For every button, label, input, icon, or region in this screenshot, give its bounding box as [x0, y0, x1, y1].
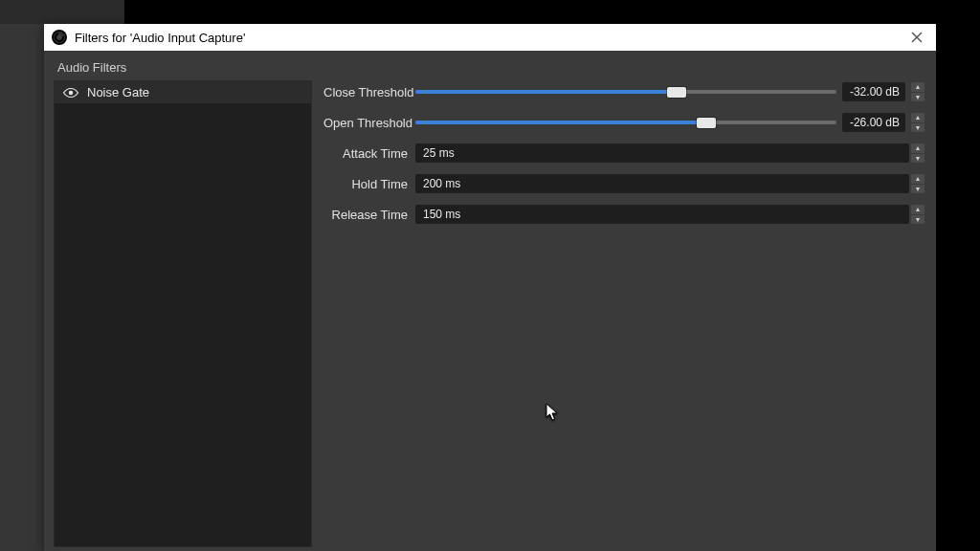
spinner-down[interactable]: ▼	[911, 215, 924, 225]
slider-close-threshold[interactable]	[415, 83, 836, 100]
obs-logo-icon	[52, 30, 67, 45]
row-attack-time: Attack Time 25 ms ▲ ▼	[323, 143, 924, 164]
dialog-body: Audio Filters Noise Gate Close Threshold	[44, 51, 936, 551]
audio-filters-heading: Audio Filters	[54, 60, 312, 80]
filters-list: Noise Gate	[54, 80, 312, 547]
backdrop-dim	[0, 24, 44, 551]
row-hold-time: Hold Time 200 ms ▲ ▼	[323, 173, 924, 194]
filter-item-label: Noise Gate	[87, 85, 149, 99]
spinner-up[interactable]: ▲	[911, 82, 924, 93]
window-title: Filters for 'Audio Input Capture'	[75, 31, 903, 45]
close-icon	[911, 32, 923, 43]
spinner-down[interactable]: ▼	[911, 93, 924, 102]
label-hold-time: Hold Time	[323, 177, 415, 191]
sidebar: Audio Filters Noise Gate	[44, 51, 316, 551]
slider-fill	[415, 90, 677, 94]
filters-dialog: Filters for 'Audio Input Capture' Audio …	[44, 24, 936, 551]
label-release-time: Release Time	[323, 208, 415, 222]
spinner-open-threshold: ▲ ▼	[911, 113, 924, 132]
slider-open-threshold[interactable]	[415, 114, 836, 131]
properties-panel: Close Threshold -32.00 dB ▲ ▼ Open	[316, 51, 936, 551]
input-attack-time[interactable]: 25 ms	[415, 143, 909, 163]
row-release-time: Release Time 150 ms ▲ ▼	[323, 204, 924, 225]
row-open-threshold: Open Threshold -26.00 dB ▲ ▼	[323, 112, 924, 133]
eye-icon[interactable]	[62, 87, 79, 99]
spinner-up[interactable]: ▲	[911, 174, 924, 185]
slider-thumb[interactable]	[697, 118, 716, 128]
spinner-down[interactable]: ▼	[911, 154, 924, 164]
spinner-up[interactable]: ▲	[911, 143, 924, 154]
spinner-down[interactable]: ▼	[911, 123, 924, 133]
label-close-threshold: Close Threshold	[323, 85, 415, 99]
backdrop-strip	[0, 0, 124, 24]
label-attack-time: Attack Time	[323, 146, 415, 161]
spinner-release-time: ▲ ▼	[911, 205, 924, 224]
value-open-threshold[interactable]: -26.00 dB	[842, 113, 905, 132]
input-release-time[interactable]: 150 ms	[415, 205, 909, 224]
input-hold-time[interactable]: 200 ms	[415, 174, 909, 193]
spinner-down[interactable]: ▼	[911, 185, 924, 194]
spinner-hold-time: ▲ ▼	[911, 174, 924, 193]
spinner-attack-time: ▲ ▼	[911, 143, 924, 163]
spinner-up[interactable]: ▲	[911, 205, 924, 215]
close-button[interactable]	[903, 26, 930, 49]
filter-item-noise-gate[interactable]: Noise Gate	[55, 81, 311, 104]
value-close-threshold[interactable]: -32.00 dB	[842, 82, 905, 101]
spinner-close-threshold: ▲ ▼	[911, 82, 924, 101]
titlebar: Filters for 'Audio Input Capture'	[44, 24, 936, 51]
slider-thumb[interactable]	[667, 87, 686, 98]
spinner-up[interactable]: ▲	[911, 113, 924, 123]
label-open-threshold: Open Threshold	[323, 116, 415, 130]
row-close-threshold: Close Threshold -32.00 dB ▲ ▼	[323, 81, 924, 102]
slider-fill	[415, 121, 706, 124]
svg-point-2	[69, 90, 74, 95]
